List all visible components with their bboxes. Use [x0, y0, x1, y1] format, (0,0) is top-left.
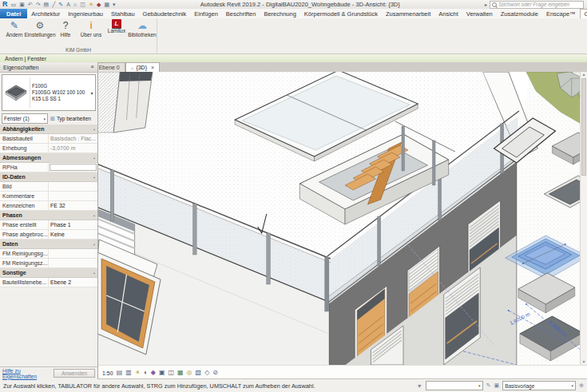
ribbon-tab-ansicht[interactable]: Ansicht: [434, 9, 462, 18]
ber-uns-button[interactable]: iÜber uns: [78, 19, 104, 46]
property-value: -3,0700 m: [49, 144, 97, 152]
home-3d-icon: ⌂: [131, 65, 134, 70]
property-value[interactable]: [50, 164, 97, 171]
property-section-daten[interactable]: Daten▪: [0, 240, 97, 249]
sun-path-icon[interactable]: ☀: [135, 370, 141, 376]
edit-type-button[interactable]: ⊞ Typ bearbeiten: [50, 115, 92, 123]
ribbon-tab-architektur[interactable]: Architektur: [27, 9, 64, 18]
ber-uns-label: Über uns: [81, 33, 101, 38]
sun-icon[interactable]: ☀: [89, 2, 93, 7]
view-tab-ebene-0[interactable]: ▤Ebene 0: [97, 62, 125, 72]
type-dropdown-icon[interactable]: ▾: [89, 90, 95, 96]
ribbon-tab-zusatzmodule[interactable]: Zusatzmodule: [497, 9, 542, 18]
editable-only-icon[interactable]: ✎: [486, 382, 491, 389]
worksets-select[interactable]: ▾: [426, 381, 483, 390]
infocenter-pin-icon[interactable]: ▸: [485, 2, 487, 7]
ribbon-tab-verwalten[interactable]: Verwalten: [462, 9, 497, 18]
section-label: Sonstige: [2, 270, 26, 275]
property-label: Basisbauteil: [0, 134, 49, 143]
drawing-area[interactable]: 1,9200 m 3,0000 m ▲ ▼: [97, 72, 587, 365]
section-label: Abhängigkeiten: [2, 126, 45, 132]
ribbon-tab-ingenieurbau[interactable]: Ingenieurbau: [64, 9, 107, 18]
detail-level-icon[interactable]: ▤: [117, 370, 123, 376]
property-section-abmessungen[interactable]: Abmessungen▪: [0, 153, 97, 163]
redo-icon[interactable]: ↷: [36, 2, 41, 7]
text-icon[interactable]: A: [66, 2, 70, 7]
default-3d-view-icon[interactable]: ⌂: [73, 2, 77, 7]
einstellungen-button[interactable]: ⚙Einstellungen: [27, 19, 53, 46]
properties-help-link[interactable]: Hilfe zu Eigenschaften: [2, 368, 54, 379]
save-icon[interactable]: ▣: [19, 2, 25, 7]
displaced-elements-icon[interactable]: ◇: [204, 370, 209, 376]
modify-pencil-icon[interactable]: ✎: [58, 2, 63, 7]
visual-style-icon[interactable]: ▥: [125, 370, 132, 376]
ribbon-tab-beschriften[interactable]: Beschriften: [222, 9, 260, 18]
property-section-id-daten[interactable]: ID-Daten▪: [0, 172, 97, 182]
design-option-select[interactable]: Basisvorlage ▾: [502, 381, 576, 390]
property-row: FM Reinigungsg...: [0, 249, 97, 259]
ribbon-tab-stahlbau[interactable]: Stahlbau: [107, 9, 139, 18]
crop-view-icon[interactable]: ▣: [159, 370, 165, 376]
undo-icon[interactable]: ↶: [28, 2, 33, 7]
selection-lock-icon[interactable]: ⊘: [212, 370, 218, 376]
shadows-icon[interactable]: ◐: [144, 370, 148, 376]
switch-windows-icon[interactable]: ▩: [104, 2, 109, 7]
ribbon-tab-einf-gen[interactable]: Einfügen: [190, 9, 222, 18]
property-label: Erhebung: [0, 144, 49, 152]
type-selector[interactable]: F100G F100SG W102 100 100 K15 LS SS 1 ▾: [2, 74, 96, 111]
scale-button[interactable]: 1:50: [102, 370, 113, 376]
scrollbar-thumb[interactable]: [581, 78, 586, 176]
search-input[interactable]: Stichwort oder Frage eingeben: [490, 1, 584, 9]
show-crop-icon[interactable]: ◫: [168, 370, 174, 376]
ribbon-tab-enscape[interactable]: Enscape™: [542, 9, 580, 18]
type-line-2: F100SG W102 100 100: [32, 89, 89, 96]
bibliotheken-button[interactable]: ☁Bibliotheken: [129, 19, 155, 46]
hilfe-button[interactable]: ?Hilfe: [53, 19, 78, 46]
select-toggle-icon[interactable]: ⊕: [579, 382, 584, 389]
libraries-cloud-icon: ☁: [137, 19, 147, 32]
ribbon-tab-cadclick[interactable]: CADClick: [580, 9, 587, 18]
property-section-sonstige[interactable]: Sonstige▪: [0, 268, 97, 278]
3d-view[interactable]: 1,9200 m 3,0000 m: [97, 72, 587, 365]
property-row: KennzeichenFE 32: [0, 201, 97, 211]
property-section-phasen[interactable]: Phasen▪: [0, 211, 97, 220]
ribbon-tab-datei[interactable]: Datei: [0, 9, 27, 18]
revit-app-logo[interactable]: R: [2, 1, 8, 8]
property-value: Keine: [49, 230, 97, 239]
view-tab-3d[interactable]: ⌂{3D}×: [125, 62, 160, 72]
close-view-icon[interactable]: ×: [151, 65, 154, 70]
property-value: [49, 259, 97, 267]
ribbon-group-label: KiM GmbH: [0, 47, 157, 53]
apply-button[interactable]: Anwenden: [54, 369, 95, 378]
measure-icon[interactable]: ╱: [52, 2, 55, 7]
properties-close-icon[interactable]: ×: [90, 64, 94, 70]
scroll-up-icon[interactable]: ▲: [581, 72, 587, 77]
ribbon-tab-k-rpermodell-grundst-ck[interactable]: Körpermodell & Grundstück: [300, 9, 382, 18]
property-row: Phase abgebroc...Keine: [0, 230, 97, 240]
ribbon-buttons: ✎Ändern⚙Einstellungen?HilfeiÜber unsLLam…: [0, 18, 157, 46]
lamilux-logo: L: [112, 19, 121, 28]
render-icon[interactable]: ◆: [151, 370, 156, 376]
temporary-view-properties-icon[interactable]: ▧: [196, 370, 202, 376]
property-section-abh-ngigkeiten[interactable]: Abhängigkeiten▪: [0, 125, 97, 134]
open-icon[interactable]: ▭: [11, 2, 17, 7]
render-icon[interactable]: ◆: [97, 2, 101, 7]
lamilux-label: Lamilux: [108, 29, 125, 34]
filter-icon[interactable]: ▼: [417, 383, 422, 389]
modify-pencil-icon: ✎: [10, 19, 18, 32]
temporary-hide-icon[interactable]: ▦: [177, 370, 184, 376]
ribbon-tab-geb-udetechnik[interactable]: Gebäudetechnik: [139, 9, 191, 18]
lamilux-button[interactable]: LLamilux: [104, 19, 129, 46]
element-filter-select[interactable]: Fenster (1) ▾: [2, 113, 48, 124]
ndern-button[interactable]: ✎Ändern: [2, 19, 27, 46]
ribbon-tab-zusammenarbeit[interactable]: Zusammenarbeit: [382, 9, 434, 18]
reveal-hidden-icon[interactable]: ◎: [187, 370, 192, 376]
scroll-down-icon[interactable]: ▼: [581, 359, 587, 365]
section-cut-wall[interactable]: [97, 72, 153, 133]
property-label: Bauteillistenebe...: [0, 278, 49, 287]
section-icon[interactable]: ◫: [80, 2, 85, 7]
exclude-options-icon[interactable]: ▣: [494, 382, 500, 389]
vertical-scrollbar[interactable]: ▲ ▼: [580, 72, 587, 365]
ribbon-tab-berechnung[interactable]: Berechnung: [260, 9, 299, 18]
print-icon[interactable]: ▤: [44, 2, 50, 7]
